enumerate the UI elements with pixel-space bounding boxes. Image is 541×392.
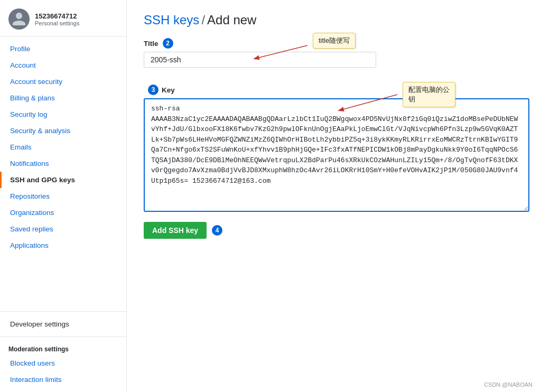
user-info: 15236674712 Personal settings [35, 12, 79, 26]
sidebar-item-developer-settings[interactable]: Developer settings [0, 316, 126, 332]
key-form-group: 3 Key ssh-rsa AAAAB3NzaC1yc2EAAAADAQABAA… [144, 85, 529, 213]
moderation-section: Moderation settings Blocked users Intera… [0, 337, 126, 392]
key-callout-box: 配置电脑的公 钥 [403, 82, 455, 107]
sidebar-item-account-security[interactable]: Account security [0, 73, 126, 90]
key-field-wrapper: 3 Key ssh-rsa AAAAB3NzaC1yc2EAAAADAQABAA… [144, 85, 529, 213]
sidebar-item-interaction-limits[interactable]: Interaction limits [0, 371, 126, 388]
sidebar-nav: Profile Account Account security Billing… [0, 36, 126, 311]
breadcrumb-current: Add new [207, 13, 256, 27]
sidebar-item-security-analysis[interactable]: Security & analysis [0, 123, 126, 139]
annotation-bubble-2: 2 [163, 38, 173, 49]
sidebar-item-applications[interactable]: Applications [0, 237, 126, 254]
sidebar-item-emails[interactable]: Emails [0, 139, 126, 155]
add-ssh-key-button[interactable]: Add SSH key [144, 222, 207, 239]
title-callout-box: title随便写 [313, 33, 356, 49]
key-label: Key [162, 86, 175, 94]
annotation-bubble-4: 4 [212, 225, 222, 236]
key-textarea[interactable]: ssh-rsa AAAAB3NzaC1yc2EAAAADAQABAABgQDAa… [144, 98, 529, 212]
sidebar-item-organizations[interactable]: Organizations [0, 204, 126, 221]
sidebar-item-account[interactable]: Account [0, 57, 126, 73]
developer-settings-section: Developer settings [0, 311, 126, 337]
title-callout-wrapper: title随便写 [313, 33, 356, 49]
sidebar-item-saved-replies[interactable]: Saved replies [0, 221, 126, 237]
user-subtitle: Personal settings [35, 20, 79, 26]
avatar [8, 8, 30, 30]
sidebar-item-blocked-users[interactable]: Blocked users [0, 355, 126, 371]
breadcrumb-separator: / [201, 13, 205, 27]
sidebar-item-billing[interactable]: Billing & plans [0, 90, 126, 106]
footer-credit: CSDN @NABOAN [484, 381, 533, 388]
sidebar-item-security-log[interactable]: Security log [0, 106, 126, 123]
form-actions: Add SSH key 4 [144, 222, 529, 239]
annotation-bubble-3: 3 [148, 85, 158, 95]
sidebar-item-profile[interactable]: Profile [0, 41, 126, 57]
moderation-title: Moderation settings [0, 341, 126, 355]
user-header: 15236674712 Personal settings [0, 0, 126, 36]
title-label: Title [144, 40, 158, 48]
sidebar-item-ssh-gpg[interactable]: SSH and GPG keys [0, 172, 126, 188]
sidebar-item-notifications[interactable]: Notifications [0, 155, 126, 172]
username: 15236674712 [35, 12, 79, 20]
title-field-wrapper: Title 2 title随便写 [144, 38, 529, 68]
sidebar: 15236674712 Personal settings Profile Ac… [0, 0, 127, 392]
sidebar-item-repositories[interactable]: Repositories [0, 188, 126, 204]
main-content: SSH keys / Add new Title 2 title随便写 [127, 0, 541, 392]
page-title: SSH keys / Add new [144, 13, 529, 27]
title-input[interactable] [144, 52, 376, 68]
breadcrumb-link[interactable]: SSH keys [144, 13, 199, 27]
key-callout-wrapper: 配置电脑的公 钥 [403, 82, 455, 107]
title-callout-text: title随便写 [319, 36, 350, 44]
